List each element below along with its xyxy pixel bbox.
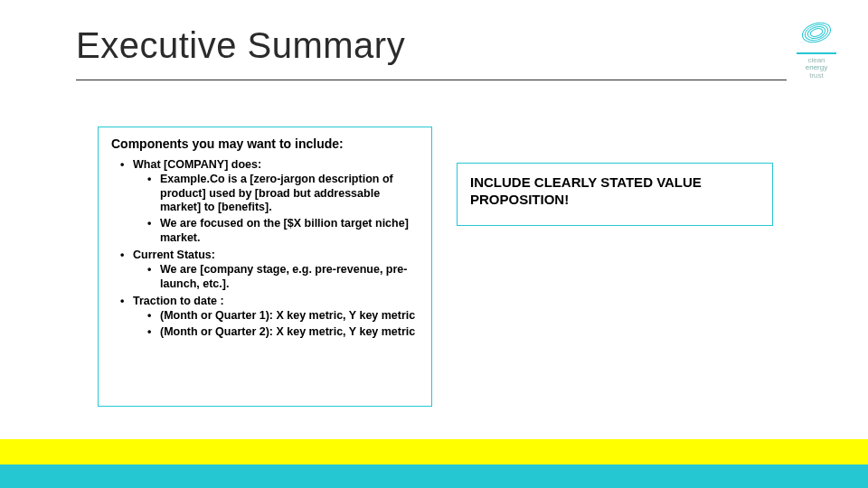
section-label: Traction to date : (133, 295, 224, 307)
slide: Executive Summary clean energy trust Com… (0, 0, 868, 488)
list-item: Example.Co is a [zero-jargon description… (147, 173, 419, 215)
logo-text: clean energy trust (792, 57, 841, 80)
list-item: (Month or Quarter 2): X key metric, Y ke… (147, 325, 419, 340)
section-label: Current Status: (133, 249, 215, 261)
value-proposition-callout: INCLUDE CLEARLY STATED VALUE PROPOSITION… (470, 174, 760, 209)
footer-stripe-blue (0, 465, 868, 488)
components-box: Components you may want to include: What… (98, 127, 432, 407)
logo-divider (797, 52, 836, 54)
brand-logo: clean energy trust (792, 16, 841, 80)
title-underline (76, 80, 787, 80)
list-item: Current Status: We are [company stage, e… (120, 249, 419, 291)
list-item: We are focused on the [$X billion target… (147, 217, 419, 245)
list-item: (Month or Quarter 1): X key metric, Y ke… (147, 309, 419, 324)
callout-box: INCLUDE CLEARLY STATED VALUE PROPOSITION… (457, 163, 773, 226)
list-item: We are [company stage, e.g. pre-revenue,… (147, 263, 419, 291)
footer-stripe-yellow (0, 439, 868, 465)
list-item: Traction to date : (Month or Quarter 1):… (120, 295, 419, 339)
svg-point-0 (800, 20, 834, 46)
components-list: What [COMPANY] does: Example.Co is a [ze… (111, 158, 419, 340)
logo-word-3: trust (809, 71, 824, 80)
list-item: What [COMPANY] does: Example.Co is a [ze… (120, 158, 419, 245)
page-title: Executive Summary (76, 25, 405, 66)
components-heading: Components you may want to include: (111, 136, 419, 151)
section-label: What [COMPANY] does: (133, 158, 261, 171)
svg-point-1 (803, 22, 830, 42)
logo-mark-icon (798, 16, 835, 49)
svg-point-2 (807, 24, 827, 41)
